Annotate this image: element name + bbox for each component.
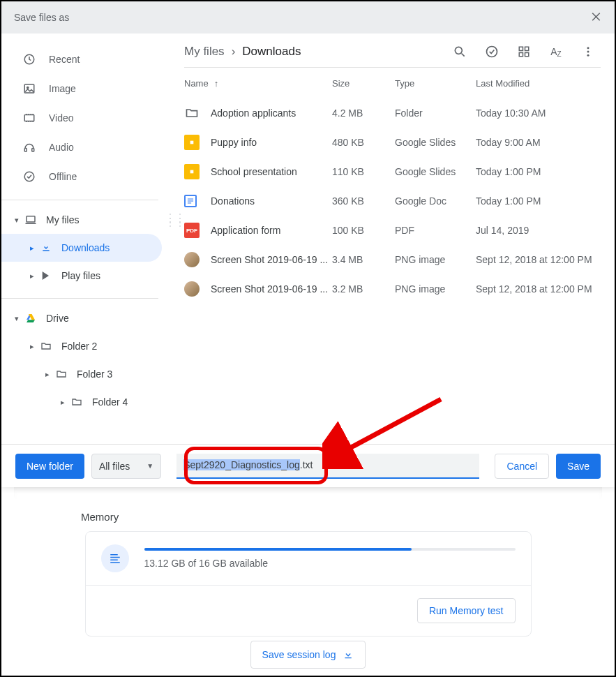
offline-icon	[22, 170, 36, 184]
chevron-right-icon: ▸	[56, 398, 70, 407]
breadcrumb-parent[interactable]: My files	[184, 45, 225, 59]
filename-input[interactable]	[176, 454, 479, 479]
file-type: PDF	[395, 225, 476, 236]
column-modified[interactable]: Last Modified	[476, 78, 601, 89]
tree-downloads[interactable]: ▸ Downloads	[1, 234, 162, 262]
pdf-icon: PDF	[184, 223, 211, 238]
save-file-dialog: Save files as RecentImageVideoAudioOffli…	[1, 1, 615, 487]
file-name: Screen Shot 2019-06-19 ...	[211, 283, 332, 295]
sidebar-item-video[interactable]: Video	[1, 103, 176, 133]
docs-icon	[184, 195, 211, 207]
file-size: 100 KB	[332, 225, 395, 236]
google-drive-icon	[24, 311, 38, 325]
file-type-label: All files	[99, 461, 130, 472]
tree-folder-4[interactable]: ▸ Folder 4	[1, 388, 176, 416]
save-session-log-label: Save session log	[262, 649, 336, 660]
file-row[interactable]: Screen Shot 2019-06-19 ... 3.2 MB PNG im…	[176, 274, 601, 304]
sidebar-item-offline[interactable]: Offline	[1, 162, 176, 191]
chevron-right-icon: ▸	[25, 342, 39, 351]
slides-icon	[184, 164, 211, 179]
sort-az-icon[interactable]: AZ	[549, 45, 563, 59]
file-row[interactable]: PDF Application form 100 KB PDF Jul 14, …	[176, 216, 601, 245]
svg-point-6	[27, 87, 29, 88]
svg-rect-1	[110, 557, 120, 558]
img-icon	[184, 281, 211, 297]
memory-progress-bar	[144, 548, 516, 551]
tree-drive[interactable]: ▾ Drive	[1, 304, 176, 332]
file-size: 110 KB	[332, 166, 395, 177]
sidebar-item-label: Audio	[49, 142, 74, 153]
sidebar-item-image[interactable]: Image	[1, 74, 176, 103]
svg-rect-0	[110, 554, 118, 556]
check-circle-icon[interactable]	[485, 45, 499, 59]
image-icon	[22, 82, 36, 96]
file-modified: Today 1:00 PM	[476, 166, 601, 177]
column-headers: Name ↑ Size Type Last Modified	[176, 68, 601, 98]
chevron-right-icon: ▸	[25, 271, 39, 281]
grid-view-icon[interactable]	[517, 45, 531, 59]
close-icon[interactable]	[589, 10, 602, 25]
svg-rect-2	[110, 560, 118, 561]
tree-folder-2[interactable]: ▸ Folder 2	[1, 332, 176, 360]
memory-icon	[101, 544, 129, 572]
breadcrumb: My files › Downloads	[184, 45, 301, 59]
tree-folder-3[interactable]: ▸ Folder 3	[1, 360, 176, 388]
folder-icon	[54, 367, 68, 381]
save-session-log-button[interactable]: Save session log	[250, 641, 366, 669]
cancel-button[interactable]: Cancel	[495, 454, 549, 479]
file-row[interactable]: Puppy info 480 KB Google Slides Today 9:…	[176, 128, 601, 157]
tree-folder-3-label: Folder 3	[77, 369, 112, 380]
play-store-icon	[39, 269, 53, 283]
run-memory-test-button[interactable]: Run Memory test	[417, 598, 516, 623]
tree-downloads-label: Downloads	[61, 242, 110, 253]
svg-rect-22	[190, 141, 194, 144]
tree-my-files[interactable]: ▾ My files	[1, 206, 176, 234]
file-name: Screen Shot 2019-06-19 ...	[211, 254, 332, 265]
new-folder-button[interactable]: New folder	[15, 454, 84, 479]
file-name: Application form	[211, 225, 332, 236]
svg-point-10	[24, 172, 34, 181]
svg-rect-14	[519, 47, 523, 50]
svg-point-20	[587, 54, 589, 57]
column-name[interactable]: Name ↑	[184, 78, 332, 89]
search-icon[interactable]	[453, 45, 467, 59]
file-modified: Today 10:30 AM	[476, 107, 601, 119]
chevron-right-icon: ›	[232, 45, 236, 59]
folder-icon	[39, 339, 53, 353]
svg-rect-27	[188, 202, 191, 203]
clock-icon	[22, 52, 36, 66]
svg-rect-11	[27, 216, 35, 222]
file-row[interactable]: Screen Shot 2019-06-19 ... 3.4 MB PNG im…	[176, 245, 601, 274]
svg-rect-16	[519, 53, 523, 57]
svg-rect-17	[525, 53, 529, 57]
breadcrumb-current: Downloads	[242, 45, 301, 59]
folder-icon	[70, 395, 84, 409]
file-name: Donations	[211, 195, 332, 207]
file-row[interactable]: Donations 360 KB Google Doc Today 1:00 P…	[176, 186, 601, 216]
file-row[interactable]: School presentation 110 KB Google Slides…	[176, 157, 601, 186]
video-icon	[22, 111, 36, 125]
laptop-icon	[24, 213, 38, 227]
memory-available-text: 13.12 GB of 16 GB available	[144, 558, 516, 569]
dialog-title-text: Save files as	[14, 12, 69, 23]
file-size: 480 KB	[332, 137, 395, 148]
file-name: Adoption applicants	[211, 107, 332, 119]
save-button[interactable]: Save	[556, 454, 601, 479]
tree-play-files[interactable]: ▸ Play files	[1, 262, 176, 290]
svg-rect-15	[525, 47, 529, 50]
column-size[interactable]: Size	[332, 78, 395, 89]
more-options-icon[interactable]	[581, 45, 595, 59]
resize-handle-icon[interactable]: ⋮⋮⋮⋮	[165, 216, 184, 225]
img-icon	[184, 252, 211, 267]
slides-icon	[184, 135, 211, 150]
file-modified: Sept 12, 2018 at 12:00 PM	[476, 283, 601, 295]
file-type-dropdown[interactable]: All files ▼	[91, 454, 161, 479]
audio-icon	[22, 140, 36, 154]
column-type[interactable]: Type	[395, 78, 476, 89]
svg-point-18	[587, 47, 589, 49]
sidebar-item-audio[interactable]: Audio	[1, 133, 176, 162]
file-row[interactable]: Adoption applicants 4.2 MB Folder Today …	[176, 98, 601, 128]
chevron-down-icon: ▾	[10, 314, 24, 323]
sidebar-item-recent[interactable]: Recent	[1, 45, 176, 74]
file-type: PNG image	[395, 254, 476, 265]
